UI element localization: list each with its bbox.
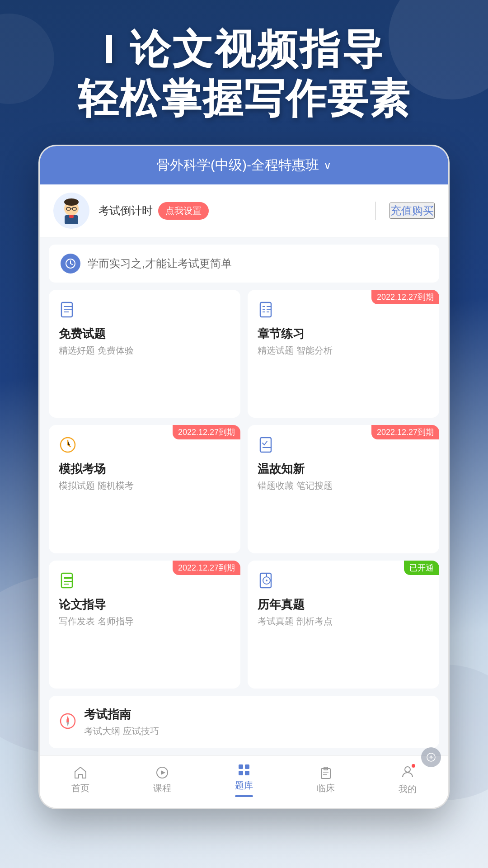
avatar	[53, 193, 89, 229]
nav-label-profile: 我的	[399, 783, 417, 795]
notification-badge	[411, 763, 416, 769]
svg-rect-40	[245, 771, 249, 775]
card-icon-free	[59, 301, 230, 321]
nav-item-clinical[interactable]: 临床	[317, 766, 335, 794]
card-text-guide: 考试指南 考试大纲 应试技巧	[84, 707, 159, 737]
vertical-divider	[375, 202, 376, 220]
card-subtitle-guide: 考试大纲 应试技巧	[84, 725, 159, 737]
card-title-paper: 论文指导	[59, 597, 230, 613]
badge-mock: 2022.12.27到期	[173, 425, 240, 439]
countdown-label: 考试倒计时	[99, 203, 153, 218]
countdown-set-button[interactable]: 点我设置	[158, 202, 209, 220]
history-icon	[258, 571, 276, 590]
clipboard-icon	[319, 766, 333, 779]
nav-active-bar	[235, 795, 253, 797]
card-subtitle-chapter: 精选试题 智能分析	[258, 344, 429, 357]
paper-icon	[59, 571, 77, 590]
svg-point-29	[266, 580, 267, 581]
card-subtitle-paper: 写作发表 名师指导	[59, 615, 230, 627]
cards-grid: 免费试题 精选好题 免费体验 2022.12.27到期	[49, 290, 439, 689]
badge-past: 已开通	[404, 561, 439, 575]
svg-rect-38	[245, 764, 249, 769]
device-mockup: 骨外科学(中级)-全程特惠班 ∨	[38, 145, 450, 809]
scroll-icon	[427, 753, 436, 762]
motto-bar: 学而实习之,才能让考试更简单	[49, 245, 439, 283]
card-review[interactable]: 2022.12.27到期 温故知新 错题收藏 笔记搜题	[248, 425, 439, 553]
nav-label-home: 首页	[71, 782, 89, 794]
avatar-image	[53, 193, 89, 229]
clock-outline-icon	[59, 436, 77, 454]
compass-icon	[59, 712, 77, 730]
motto-text: 学而实习之,才能让考试更简单	[88, 256, 232, 271]
doc-icon	[59, 301, 77, 319]
hero-title-line1: I 论文视频指导	[27, 27, 461, 72]
nav-label-course: 课程	[153, 782, 171, 794]
badge-paper: 2022.12.27到期	[173, 561, 240, 575]
app-content: 骨外科学(中级)-全程特惠班 ∨	[40, 146, 448, 808]
card-paper-guidance[interactable]: 2022.12.27到期 论文指导 写作发表 名师指导	[49, 561, 240, 689]
nav-label-clinical: 临床	[317, 782, 335, 794]
svg-point-32	[66, 720, 69, 722]
nav-item-course[interactable]: 课程	[153, 766, 171, 794]
card-mock-exam[interactable]: 2022.12.27到期 模拟考场 模拟试题 随机模考	[49, 425, 240, 553]
svg-point-6	[64, 198, 79, 206]
nav-item-home[interactable]: 首页	[71, 766, 89, 794]
svg-rect-7	[69, 215, 74, 218]
card-title-guide: 考试指南	[84, 707, 159, 722]
svg-marker-36	[161, 770, 165, 775]
card-title-free: 免费试题	[59, 326, 230, 342]
svg-rect-39	[239, 771, 243, 775]
svg-marker-33	[66, 716, 69, 720]
card-exam-guide[interactable]: 考试指南 考试大纲 应试技巧	[49, 696, 439, 748]
clock-icon	[61, 254, 80, 274]
card-icon-past	[258, 571, 429, 591]
home-icon	[74, 766, 87, 779]
scroll-indicator[interactable]	[421, 747, 441, 767]
card-free-questions[interactable]: 免费试题 精选好题 免费体验	[49, 290, 240, 418]
avatar-svg	[56, 195, 87, 226]
svg-rect-24	[64, 577, 72, 579]
card-past-exams[interactable]: 已开通 历年真题 考试真题 剖析考点	[248, 561, 439, 689]
grid-icon	[237, 763, 251, 777]
recharge-button[interactable]: 充值购买	[389, 203, 435, 219]
countdown-area: 考试倒计时 点我设置	[99, 202, 361, 220]
svg-rect-21	[260, 438, 271, 452]
bottom-nav: 首页 课程 题库	[40, 755, 448, 808]
nav-item-profile[interactable]: 我的	[399, 765, 417, 795]
svg-rect-23	[61, 573, 72, 588]
card-subtitle-free: 精选好题 免费体验	[59, 344, 230, 357]
card-title-chapter: 章节练习	[258, 326, 429, 342]
card-icon-guide	[59, 712, 77, 732]
play-icon	[155, 766, 169, 779]
header-row: 考试倒计时 点我设置 充值购买	[40, 184, 448, 237]
hero-title-line2: 轻松掌握写作要素	[27, 76, 461, 121]
svg-marker-34	[66, 722, 69, 726]
card-title-mock: 模拟考场	[59, 461, 230, 477]
svg-point-45	[405, 767, 410, 772]
class-selector-bar[interactable]: 骨外科学(中级)-全程特惠班 ∨	[40, 146, 448, 184]
nav-item-questions[interactable]: 题库	[235, 763, 253, 797]
badge-review: 2022.12.27到期	[371, 425, 439, 439]
card-title-past: 历年真题	[258, 597, 429, 613]
review-icon	[258, 436, 276, 454]
card-subtitle-review: 错题收藏 笔记搜题	[258, 480, 429, 492]
card-subtitle-past: 考试真题 剖析考点	[258, 615, 429, 627]
doc-list-icon	[258, 301, 276, 319]
card-chapter-practice[interactable]: 2022.12.27到期 章节练习 精选试题 智能分析	[248, 290, 439, 418]
card-subtitle-mock: 模拟试题 随机模考	[59, 480, 230, 492]
chevron-down-icon: ∨	[324, 159, 332, 172]
badge-chapter: 2022.12.27到期	[371, 290, 439, 304]
hero-section: I 论文视频指导 轻松掌握写作要素	[0, 27, 488, 121]
class-selector-text: 骨外科学(中级)-全程特惠班	[156, 156, 319, 175]
single-card-row: 考试指南 考试大纲 应试技巧	[49, 696, 439, 748]
svg-rect-37	[239, 764, 243, 769]
card-title-review: 温故知新	[258, 461, 429, 477]
nav-label-questions: 题库	[235, 779, 253, 792]
